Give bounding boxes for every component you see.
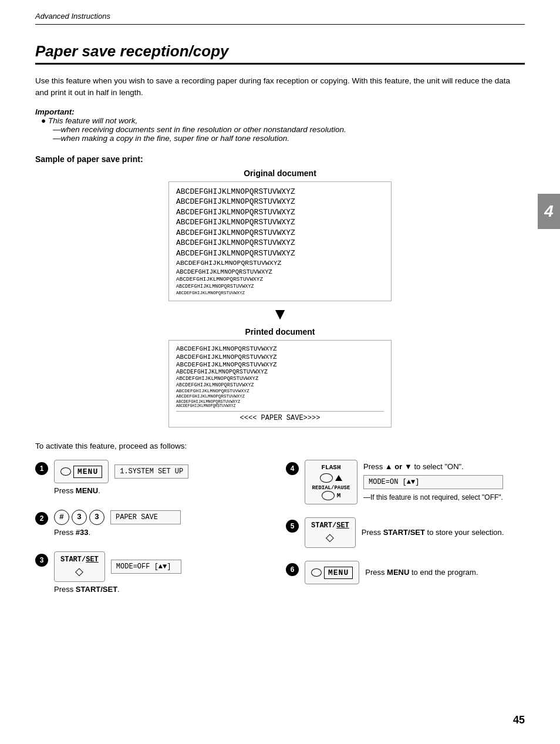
step-5-text: Press START/SET to store your selection. bbox=[362, 527, 504, 538]
start-set-label-5: START/SET bbox=[311, 521, 349, 530]
step-4-inner: FLASH REDIAL/PAUSE M bbox=[305, 460, 503, 504]
right-steps-col: 4 FLASH REDIAL/PAUSE bbox=[280, 460, 525, 608]
step-6-inner: MENU Press MENU to end the program. bbox=[305, 561, 478, 584]
step-4-if-note: —If this feature is not required, select… bbox=[363, 493, 503, 503]
intro-text: Use this feature when you wish to save a… bbox=[35, 75, 525, 99]
step-6-block: 6 MENU Press MENU to end the program. bbox=[286, 561, 525, 584]
flash-triangle-icon bbox=[335, 475, 342, 481]
step-3-text: Press START/SET. bbox=[54, 584, 181, 595]
important-label: Important: bbox=[35, 107, 525, 116]
flash-oval-row bbox=[311, 473, 351, 483]
step-3-content: START/SET ◇ MODE=OFF [▲▼] Press START/SE… bbox=[54, 551, 181, 595]
bullet-item: ● This feature will not work, bbox=[41, 116, 525, 125]
print-line-5: ABCDEFGHIJKLMNOPQRSTUVWXYZ bbox=[176, 382, 384, 388]
step-5-content: START/SET ◇ Press START/SET to store you… bbox=[305, 517, 504, 548]
step-5-device: START/SET ◇ bbox=[305, 517, 356, 548]
page-number: 45 bbox=[513, 714, 525, 726]
step-2-content: # 3 3 PAPER SAVE Press #33. bbox=[54, 510, 181, 538]
tab-indicator: 4 bbox=[538, 194, 560, 229]
print-line-3: ABCDEFGHIJKLMNOPQRSTUVWXYZ bbox=[176, 369, 384, 376]
step-1-number: 1 bbox=[35, 462, 48, 475]
orig-line-2: ABCDEFGHIJKLMNOPQRSTUVWXYZ bbox=[176, 207, 384, 218]
menu-oval-icon-6 bbox=[311, 568, 322, 577]
step-6-number: 6 bbox=[286, 563, 299, 576]
printed-doc-title: Printed document bbox=[245, 327, 315, 336]
redial-oval-icon bbox=[322, 491, 335, 500]
step-4-device: FLASH REDIAL/PAUSE M bbox=[305, 460, 357, 504]
redial-oval-row: M bbox=[311, 491, 351, 500]
orig-line-10: ABCDEFGHIJKLMNOPQRSTUVWXYZ bbox=[176, 284, 384, 290]
page: Advanced Instructions Paper save recepti… bbox=[0, 0, 560, 744]
step-2-text: Press #33. bbox=[54, 527, 181, 538]
step-3-display: MODE=OFF [▲▼] bbox=[111, 560, 181, 574]
original-doc-section: Original document ABCDEFGHIJKLMNOPQRSTUV… bbox=[35, 169, 525, 428]
orig-line-7: ABCDEFGHIJKLMNOPQRSTUVWXYZ bbox=[176, 258, 384, 268]
step-1-display: 1.SYSTEM SET UP bbox=[114, 464, 188, 479]
step-2-block: 2 # 3 3 PAPER SAVE Press #33. bbox=[35, 510, 274, 538]
step-1-content: MENU 1.SYSTEM SET UP Press MENU. bbox=[54, 460, 188, 497]
orig-line-8: ABCDEFGHIJKLMNOPQRSTUVWXYZ bbox=[176, 268, 384, 276]
activate-text: To activate this feature, proceed as fol… bbox=[35, 442, 525, 450]
key-hash: # bbox=[54, 510, 69, 525]
step-1-inner: MENU 1.SYSTEM SET UP bbox=[54, 460, 188, 483]
flash-label: FLASH bbox=[321, 464, 340, 471]
dash-item-2: —when making a copy in the fine, super f… bbox=[53, 134, 525, 143]
dash-item-1: —when receiving documents sent in fine r… bbox=[53, 125, 525, 134]
step-4-right: Press ▲ or ▼ to select "ON". MODE=ON [▲▼… bbox=[363, 462, 503, 503]
start-set-label: START/SET bbox=[60, 556, 99, 564]
orig-line-0: ABCDEFGHIJKLMNOPQRSTUVWXYZ bbox=[176, 187, 384, 197]
diamond-icon-5: ◇ bbox=[311, 531, 349, 544]
step-6-device: MENU bbox=[305, 561, 359, 584]
original-doc-box: ABCDEFGHIJKLMNOPQRSTUVWXYZ ABCDEFGHIJKLM… bbox=[168, 181, 392, 302]
orig-line-9: ABCDEFGHIJKLMNOPQRSTUVWXYZ bbox=[176, 276, 384, 284]
step-5-inner: START/SET ◇ Press START/SET to store you… bbox=[305, 517, 504, 548]
original-doc-title: Original document bbox=[244, 169, 316, 178]
step-6-text: Press MENU to end the program. bbox=[365, 567, 478, 578]
flash-row: FLASH bbox=[311, 464, 351, 471]
print-line-0: ABCDEFGHIJKLMNOPQRSTUVWXYZ bbox=[176, 345, 384, 353]
sample-label: Sample of paper save print: bbox=[35, 154, 525, 164]
important-block: Important: ● This feature will not work,… bbox=[35, 107, 525, 143]
key-3b: 3 bbox=[89, 510, 104, 525]
menu-label: MENU bbox=[73, 466, 102, 478]
steps-section: 1 MENU 1.SYSTEM SET UP Press MENU. bbox=[35, 460, 525, 608]
paper-save-label: <<<< PAPER SAVE>>>> bbox=[176, 411, 384, 422]
step-1-block: 1 MENU 1.SYSTEM SET UP Press MENU. bbox=[35, 460, 274, 497]
step-2-display: PAPER SAVE bbox=[110, 510, 181, 524]
header: Advanced Instructions bbox=[35, 12, 525, 25]
header-title: Advanced Instructions bbox=[35, 12, 110, 21]
step-4-block: 4 FLASH REDIAL/PAUSE bbox=[286, 460, 525, 504]
step-3-number: 3 bbox=[35, 554, 48, 567]
redial-row: REDIAL/PAUSE bbox=[311, 485, 351, 491]
orig-line-1: ABCDEFGHIJKLMNOPQRSTUVWXYZ bbox=[176, 197, 384, 207]
print-line-6: ABCDEFGHIJKLMNOPQRSTUVWXYZ bbox=[176, 388, 384, 394]
step-2-keys: # 3 3 bbox=[54, 510, 104, 525]
step-1-text: Press MENU. bbox=[54, 486, 188, 497]
orig-line-6: ABCDEFGHIJKLMNOPQRSTUVWXYZ bbox=[176, 248, 384, 259]
step-3-device: START/SET ◇ bbox=[54, 551, 105, 582]
print-line-9: ABCDEFGHIJKLMNOPQRSTUVWXYZ bbox=[176, 404, 384, 409]
step-5-number: 5 bbox=[286, 520, 299, 533]
flash-oval-icon bbox=[320, 473, 333, 483]
diamond-icon: ◇ bbox=[60, 565, 99, 578]
orig-line-3: ABCDEFGHIJKLMNOPQRSTUVWXYZ bbox=[176, 217, 384, 228]
step-4-content: FLASH REDIAL/PAUSE M bbox=[305, 460, 503, 504]
menu-label-6: MENU bbox=[324, 567, 353, 579]
menu-oval-icon bbox=[60, 467, 71, 476]
orig-line-11: ABCDEFGHIJKLMNOPQRSTUVWXYZ bbox=[176, 290, 384, 296]
orig-line-5: ABCDEFGHIJKLMNOPQRSTUVWXYZ bbox=[176, 238, 384, 248]
step-3-block: 3 START/SET ◇ MODE=OFF [▲▼] Press START/… bbox=[35, 551, 274, 595]
redial-m-icon: M bbox=[337, 492, 341, 499]
redial-label: REDIAL/PAUSE bbox=[312, 485, 350, 491]
arrow-down-icon: ▼ bbox=[272, 305, 288, 324]
step-4-text: Press ▲ or ▼ to select "ON". bbox=[363, 462, 503, 473]
step-6-content: MENU Press MENU to end the program. bbox=[305, 561, 478, 584]
left-steps-col: 1 MENU 1.SYSTEM SET UP Press MENU. bbox=[35, 460, 280, 608]
step-4-display: MODE=ON [▲▼] bbox=[363, 475, 503, 489]
print-line-8: ABCDEFGHIJKLMNOPQRSTUVWXYZ bbox=[176, 399, 384, 404]
printed-doc-box: ABCDEFGHIJKLMNOPQRSTUVWXYZ ABCDEFGHIJKLM… bbox=[168, 340, 392, 427]
step-3-inner: START/SET ◇ MODE=OFF [▲▼] bbox=[54, 551, 181, 582]
print-line-4: ABCDEFGHIJKLMNOPQRSTUVWXYZ bbox=[176, 376, 384, 382]
page-title: Paper save reception/copy bbox=[35, 42, 525, 65]
step-2-inner: # 3 3 PAPER SAVE bbox=[54, 510, 181, 525]
